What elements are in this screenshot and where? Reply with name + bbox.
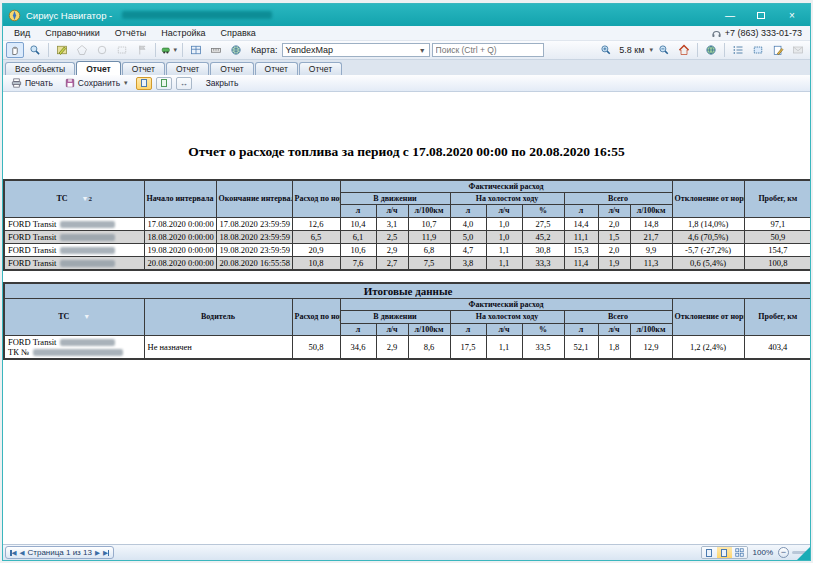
table-cell: 6,1: [340, 230, 376, 243]
table-cell: FORD Transit: [4, 243, 144, 256]
resize-grip[interactable]: [797, 547, 810, 560]
unit-header: л/ч: [376, 205, 408, 217]
home-button[interactable]: [675, 42, 693, 58]
table-cell: 14,8: [630, 217, 672, 230]
page-icon: [141, 79, 147, 87]
prev-page-button[interactable]: ◀: [20, 549, 25, 557]
tab-report-5[interactable]: Отчет: [255, 62, 298, 75]
save-button[interactable]: Сохранить ▾: [61, 77, 132, 89]
unit-header: л: [450, 323, 486, 335]
table-cell: 0,6 (5,4%): [672, 256, 744, 270]
print-button[interactable]: Печать: [7, 77, 57, 89]
column-header-fact: Фактический расход: [340, 180, 672, 193]
table-cell: 17.08.2020 0:00:00: [144, 217, 216, 230]
table-cell: 100,8: [744, 256, 810, 270]
list-button[interactable]: [729, 42, 747, 58]
menu-settings[interactable]: Настройка: [154, 27, 212, 39]
unit-header: л: [564, 205, 598, 217]
menu-directories[interactable]: Справочники: [38, 27, 107, 39]
view-mode-group: [701, 546, 748, 559]
close-report-button[interactable]: Закрыть: [202, 77, 243, 89]
page-icon: [161, 79, 167, 87]
view-normal-button[interactable]: [702, 547, 717, 558]
flag-tool-button[interactable]: [133, 42, 151, 58]
pan-tool-button[interactable]: [6, 42, 24, 58]
summary-table: Итоговые данные ТС▼ Водитель Расход по н…: [3, 282, 810, 360]
first-page-button[interactable]: ◀: [10, 549, 17, 557]
zoom-tool-button[interactable]: [26, 42, 44, 58]
selection-button[interactable]: [749, 42, 767, 58]
chevron-down-icon: ▼: [419, 47, 426, 54]
column-header-idle: На холостом ходу: [450, 311, 564, 323]
grid-view-button[interactable]: [187, 42, 205, 58]
tab-report-2[interactable]: Отчет: [122, 62, 165, 75]
table-cell: 1,2 (2,4%): [672, 335, 744, 359]
view-page-layout-button[interactable]: [717, 547, 732, 558]
window-title: Сириус Навигатор -: [26, 10, 112, 21]
edit-note-button[interactable]: [769, 42, 787, 58]
table-row: FORD TransitТК №Не назначен50,834,62,98,…: [4, 335, 810, 359]
table-cell: 2,7: [376, 256, 408, 270]
zoom-out-slider-button[interactable]: −: [778, 547, 789, 558]
column-header-tc[interactable]: ТС▼2: [4, 180, 144, 217]
sort-desc-icon: ▼: [82, 195, 89, 203]
fit-width-button[interactable]: ↔: [176, 77, 192, 90]
table-cell: 7,5: [408, 256, 450, 270]
last-page-button[interactable]: ▶: [103, 549, 110, 557]
zoom-in-button[interactable]: [597, 42, 615, 58]
menu-reports[interactable]: Отчёты: [108, 27, 153, 39]
map-scale-value[interactable]: 5.8 км: [617, 45, 646, 55]
tab-report-active[interactable]: Отчет: [76, 61, 121, 75]
table-cell: 45,2: [522, 230, 564, 243]
page-icon: [706, 549, 712, 557]
zoom-out-button[interactable]: [655, 42, 673, 58]
polygon-tool-button[interactable]: [73, 42, 91, 58]
fit-width-icon: ↔: [180, 79, 188, 88]
table-cell: 2,9: [376, 335, 408, 359]
table-cell: 19.08.2020 0:00:00: [144, 243, 216, 256]
select-area-button[interactable]: [113, 42, 131, 58]
search-input[interactable]: [432, 43, 544, 57]
column-header-moving: В движении: [340, 193, 450, 205]
column-header-moving: В движении: [340, 311, 450, 323]
map-select[interactable]: YandexMap ▼: [282, 43, 430, 57]
vehicle-button[interactable]: ▾: [160, 42, 178, 58]
status-bar: ◀ ◀ Страница 1 из 13 ▶ ▶ 100% −: [3, 544, 810, 560]
maximize-button[interactable]: [748, 7, 774, 23]
minimize-button[interactable]: —: [717, 7, 743, 23]
tab-report-3[interactable]: Отчет: [166, 62, 209, 75]
table-cell: 1,8: [598, 335, 630, 359]
view-multipage-button[interactable]: [732, 547, 747, 558]
view-single-page-button[interactable]: [136, 77, 152, 90]
toolbar-separator: [182, 43, 183, 57]
table-cell: 12,9: [630, 335, 672, 359]
table-cell: 34,6: [340, 335, 376, 359]
table-cell: 2,9: [376, 243, 408, 256]
globe-button[interactable]: [702, 42, 720, 58]
table-cell: FORD Transit: [4, 217, 144, 230]
support-phone: +7 (863) 333-01-73: [711, 28, 806, 39]
next-page-button[interactable]: ▶: [95, 549, 100, 557]
tab-report-6[interactable]: Отчет: [299, 62, 342, 75]
tab-all-objects[interactable]: Все объекты: [5, 62, 75, 75]
view-continuous-button[interactable]: [156, 77, 172, 90]
menu-view[interactable]: Вид: [7, 27, 37, 39]
ruler-button[interactable]: [207, 42, 225, 58]
circle-tool-button[interactable]: [93, 42, 111, 58]
tab-report-4[interactable]: Отчет: [210, 62, 253, 75]
map-edit-button[interactable]: [53, 42, 71, 58]
table-cell: 403,4: [744, 335, 810, 359]
column-header-tc[interactable]: ТС▼: [4, 299, 144, 336]
table-row: FORD Transit20.08.2020 0:00:0020.08.2020…: [4, 256, 810, 270]
page-navigator: ◀ ◀ Страница 1 из 13 ▶ ▶: [5, 546, 114, 559]
message-button[interactable]: [789, 42, 807, 58]
maximize-icon: [757, 12, 765, 19]
table-cell: 1,0: [486, 230, 522, 243]
unit-header: %: [522, 323, 564, 335]
close-button[interactable]: ×: [779, 7, 805, 23]
menu-help[interactable]: Справка: [214, 27, 263, 39]
table-cell: 2,0: [598, 243, 630, 256]
redacted-text: [60, 234, 115, 241]
route-globe-button[interactable]: [227, 42, 245, 58]
page-icon: [721, 549, 727, 557]
